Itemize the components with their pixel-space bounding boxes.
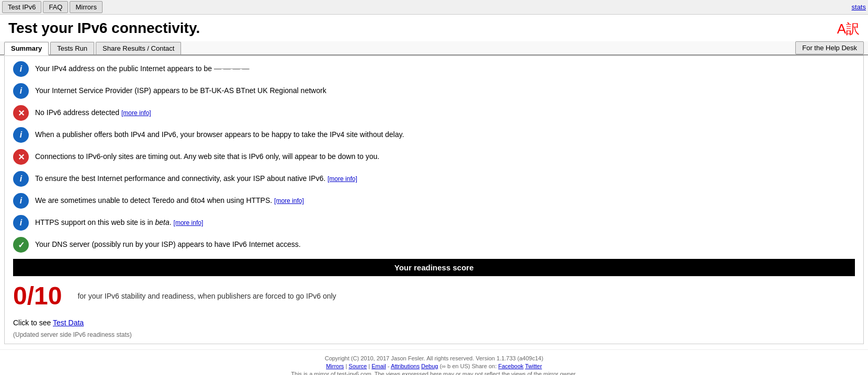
row-timeout: ✕ Connections to IPv6-only sites are tim… <box>13 149 855 165</box>
row-text-4: When a publisher offers both IPv4 and IP… <box>35 130 404 140</box>
row-isp: i Your Internet Service Provider (ISP) a… <box>13 83 855 99</box>
footer-twitter-link[interactable]: Twitter <box>525 363 542 369</box>
updated-note: (Updated server side IPv6 readiness stat… <box>13 331 855 338</box>
row-text-8: HTTPS support on this web site is in bet… <box>35 218 203 228</box>
tabs-row: Summary Tests Run Share Results / Contac… <box>0 41 868 55</box>
score-area: 0/10 for your IPv6 stability and readine… <box>13 276 855 313</box>
more-info-link-4[interactable]: [more info] <box>174 219 204 226</box>
page-title-area: Test your IPv6 connectivity. A訳 <box>0 15 868 41</box>
test-data-link[interactable]: Test Data <box>53 319 84 327</box>
test-data-link-row: Click to see Test Data <box>13 319 855 327</box>
footer-facebook-link[interactable]: Facebook <box>498 363 523 369</box>
tab-summary[interactable]: Summary <box>4 42 49 55</box>
row-https-beta: i HTTPS support on this web site is in b… <box>13 215 855 231</box>
score-subtitle: for your IPv6 stability and readiness, w… <box>77 292 336 300</box>
more-info-link-1[interactable]: [more info] <box>121 109 151 117</box>
footer-mirror-note: This is a mirror of test-ipv6.com. The v… <box>0 371 868 375</box>
footer-email-link[interactable]: Email <box>371 363 386 369</box>
score-number: 0/10 <box>13 281 62 310</box>
tab-share-results[interactable]: Share Results / Contact <box>96 42 181 54</box>
row-native-ipv6: i To ensure the best Internet performanc… <box>13 171 855 187</box>
row-publisher-both: i When a publisher offers both IPv4 and … <box>13 127 855 143</box>
footer-copyright: Copyright (C) 2010, 2017 Jason Fesler. A… <box>0 355 868 361</box>
main-content: i Your IPv4 address on the public Intern… <box>4 55 864 344</box>
row-ipv4-address: i Your IPv4 address on the public Intern… <box>13 61 855 77</box>
stats-link[interactable]: stats <box>852 3 866 11</box>
row-teredo: i We are sometimes unable to detect Tere… <box>13 193 855 209</box>
translate-icon[interactable]: A訳 <box>837 20 860 38</box>
score-bar: Your readiness score <box>13 259 855 276</box>
nav-tab-mirrors[interactable]: Mirrors <box>70 1 102 13</box>
more-info-link-2[interactable]: [more info] <box>328 175 357 183</box>
row-text-7: We are sometimes unable to detect Teredo… <box>35 196 304 206</box>
icon-info-4: i <box>13 171 29 187</box>
icon-info-3: i <box>13 127 29 143</box>
icon-success-1: ✓ <box>13 237 29 253</box>
icon-info-6: i <box>13 215 29 231</box>
row-text-9: Your DNS server (possibly run by your IS… <box>35 240 301 250</box>
help-desk-button[interactable]: For the Help Desk <box>795 41 864 54</box>
top-nav-bar: Test IPv6 FAQ Mirrors stats <box>0 0 868 15</box>
row-text-1: Your IPv4 address on the public Internet… <box>35 64 250 74</box>
row-text-2: Your Internet Service Provider (ISP) app… <box>35 86 326 96</box>
test-data-label: Click to see <box>13 319 53 327</box>
row-dns-success: ✓ Your DNS server (possibly run by your … <box>13 237 855 253</box>
icon-error-2: ✕ <box>13 149 29 165</box>
page-title: Test your IPv6 connectivity. <box>8 20 200 37</box>
nav-tab-faq[interactable]: FAQ <box>43 1 68 13</box>
nav-tab-testipv6[interactable]: Test IPv6 <box>2 1 41 13</box>
footer-attributions-link[interactable]: Attributions <box>391 363 420 369</box>
footer-debug-link[interactable]: Debug <box>421 363 438 369</box>
row-text-5: Connections to IPv6-only sites are timin… <box>35 152 379 162</box>
icon-info-1: i <box>13 61 29 77</box>
footer-mirrors-link[interactable]: Mirrors <box>326 363 344 369</box>
row-text-6: To ensure the best Internet performance … <box>35 174 357 184</box>
row-text-3: No IPv6 address detected [more info] <box>35 108 151 118</box>
tab-tests-run[interactable]: Tests Run <box>50 42 94 54</box>
footer-locale: ∞ b en US <box>442 363 468 369</box>
row-no-ipv6: ✕ No IPv6 address detected [more info] <box>13 105 855 121</box>
icon-error-1: ✕ <box>13 105 29 121</box>
more-info-link-3[interactable]: [more info] <box>274 197 304 204</box>
footer-source-link[interactable]: Source <box>348 363 367 369</box>
footer-links: Mirrors | Source | Email - Attributions … <box>0 363 868 369</box>
footer: Copyright (C) 2010, 2017 Jason Fesler. A… <box>0 349 868 375</box>
icon-info-2: i <box>13 83 29 99</box>
icon-info-5: i <box>13 193 29 209</box>
